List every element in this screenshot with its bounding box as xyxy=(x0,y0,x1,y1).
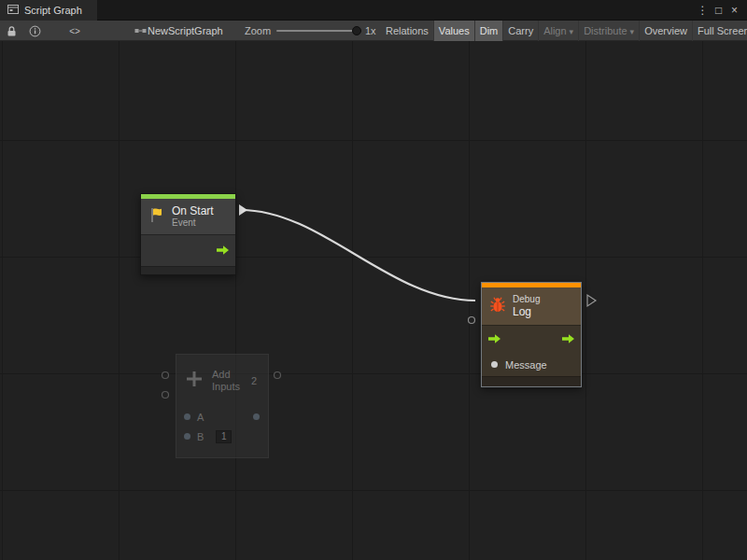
chevron-down-icon: ▾ xyxy=(630,27,635,36)
node-add-ghost[interactable]: Add Inputs 2 A B 1 xyxy=(176,354,269,458)
port-row-a: A xyxy=(176,407,268,427)
flow-output-port[interactable] xyxy=(216,243,230,259)
flow-port-row xyxy=(482,325,581,353)
node-on-start[interactable]: On Start Event xyxy=(140,193,236,275)
tab-script-graph[interactable]: Script Graph xyxy=(0,0,97,21)
debug-flow-output-outer-arrow[interactable] xyxy=(587,295,596,306)
flow-output-port[interactable] xyxy=(561,331,575,348)
zoom-slider-handle[interactable] xyxy=(352,26,361,35)
window-controls: ⋮ □ × xyxy=(695,1,747,20)
menu-icon[interactable]: ⋮ xyxy=(695,1,711,20)
flag-icon xyxy=(148,206,165,227)
titlebar: Script Graph ⋮ □ × xyxy=(0,0,747,21)
maximize-icon[interactable]: □ xyxy=(711,1,726,20)
node-body xyxy=(141,234,235,266)
wire-layer xyxy=(0,41,747,560)
node-title: Log xyxy=(513,305,540,318)
zoom-value: 1x xyxy=(365,21,376,41)
port-row-b: B 1 xyxy=(176,427,268,446)
graph-asset-icon xyxy=(131,21,149,41)
output-port[interactable] xyxy=(253,413,260,420)
relations-button[interactable]: Relations xyxy=(381,21,434,41)
close-icon[interactable]: × xyxy=(726,1,742,20)
message-input-port[interactable] xyxy=(491,361,498,368)
bug-icon xyxy=(489,296,506,317)
node-debug-log[interactable]: Debug Log Message xyxy=(481,282,582,387)
node-footer xyxy=(482,376,581,386)
distribute-label: Distribute xyxy=(584,25,627,36)
code-icon[interactable]: <> xyxy=(65,21,84,41)
node-category: Debug xyxy=(513,294,540,305)
fullscreen-button[interactable]: Full Screen xyxy=(693,21,747,41)
info-icon[interactable] xyxy=(25,21,44,41)
node-footer xyxy=(141,266,235,274)
ghost-title-line1: Add xyxy=(212,369,240,381)
node-title: On Start xyxy=(172,204,214,217)
values-button[interactable]: Values xyxy=(434,21,475,41)
ghost-header: Add Inputs 2 xyxy=(176,355,268,407)
port-b-label: B xyxy=(197,431,204,442)
input-port-b[interactable] xyxy=(184,433,190,440)
ghost-title-line2: Inputs xyxy=(212,381,240,393)
input-port-a[interactable] xyxy=(184,413,190,420)
graph-canvas[interactable]: On Start Event xyxy=(0,41,747,560)
message-port-row: Message xyxy=(482,353,581,376)
overview-button[interactable]: Overview xyxy=(640,21,693,41)
message-port-label: Message xyxy=(505,359,547,371)
node-header: On Start Event xyxy=(141,199,235,234)
wire-start-arrow xyxy=(239,204,247,216)
node-subtitle: Event xyxy=(172,217,214,229)
lock-icon[interactable] xyxy=(2,21,21,41)
message-port-outer-circle[interactable] xyxy=(469,317,475,324)
distribute-button[interactable]: Distribute ▾ xyxy=(579,21,640,41)
graph-toolbar: <> NewScriptGraph Zoom 1x Relations Valu… xyxy=(0,21,747,41)
port-a-label: A xyxy=(197,412,204,423)
node-header: Debug Log xyxy=(482,287,581,325)
plus-icon xyxy=(184,369,204,393)
zoom-label: Zoom xyxy=(245,21,271,41)
align-button[interactable]: Align ▾ xyxy=(539,21,579,41)
flow-input-port[interactable] xyxy=(487,331,501,348)
dim-button[interactable]: Dim xyxy=(475,21,504,41)
chevron-down-icon: ▾ xyxy=(570,27,574,36)
port-b-value-field[interactable]: 1 xyxy=(216,430,232,443)
connection-wire[interactable] xyxy=(241,210,475,301)
script-graph-icon xyxy=(7,4,19,17)
toolbar-buttons: Relations Values Dim Carry Align ▾ Distr… xyxy=(381,21,747,41)
tab-title: Script Graph xyxy=(24,5,82,16)
carry-button[interactable]: Carry xyxy=(503,21,539,41)
zoom-slider-track[interactable] xyxy=(276,30,357,32)
align-label: Align xyxy=(543,25,566,36)
input-count: 2 xyxy=(251,375,261,386)
graph-name[interactable]: NewScriptGraph xyxy=(148,21,223,41)
